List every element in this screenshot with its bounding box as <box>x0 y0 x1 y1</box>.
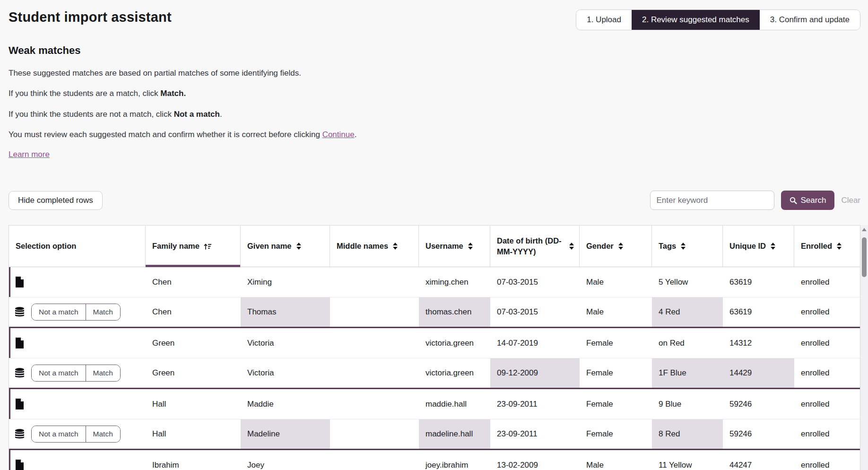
cell-family: Green <box>146 358 241 388</box>
cell-middle <box>330 328 419 358</box>
clear-button[interactable]: Clear <box>841 196 860 205</box>
table-row: Not a matchMatchGreenVictoriavictoria.gr… <box>9 358 860 388</box>
cell-given: Victoria <box>241 358 330 388</box>
column-header-tags[interactable]: Tags <box>652 226 723 267</box>
sort-icon <box>680 243 686 250</box>
search-button[interactable]: Search <box>781 191 835 210</box>
cell-username: joey.ibrahim <box>419 450 490 470</box>
search-button-label: Search <box>801 196 826 205</box>
selection-cell <box>9 328 146 358</box>
matches-table-wrap: Selection option Family name Given name … <box>9 225 860 470</box>
hide-completed-rows-button[interactable]: Hide completed rows <box>9 191 103 210</box>
cell-given: Victoria <box>241 328 330 358</box>
scrollbar-thumb[interactable] <box>862 237 867 277</box>
cell-gender: Male <box>580 297 652 327</box>
cell-username: thomas.chen <box>419 297 490 327</box>
cell-username: victoria.green <box>419 358 490 388</box>
cell-middle <box>330 389 419 419</box>
cell-family: Ibrahim <box>146 450 241 470</box>
vertical-scrollbar[interactable] <box>860 225 868 470</box>
student-import-assistant-page: Student import assistant 1. Upload 2. Re… <box>0 0 868 470</box>
column-header-username[interactable]: Username <box>419 226 490 267</box>
match-group: GreenVictoriavictoria.green14-07-2019Fem… <box>9 327 860 388</box>
wizard-steps: 1. Upload 2. Review suggested matches 3.… <box>576 9 860 30</box>
match-button[interactable]: Match <box>86 365 120 381</box>
not-a-match-button[interactable]: Not a match <box>32 304 86 320</box>
table-row: IbrahimJoeyjoey.ibrahim13-02-2009Male11 … <box>9 450 860 470</box>
column-header-middle-names[interactable]: Middle names <box>330 226 419 267</box>
database-icon <box>14 368 25 378</box>
cell-tags: 11 Yellow <box>652 450 723 470</box>
cell-username: madeline.hall <box>419 419 490 449</box>
cell-unique-id: 59246 <box>723 419 794 449</box>
file-icon <box>14 460 25 470</box>
cell-dob: 07-03-2015 <box>490 267 580 297</box>
match-button[interactable]: Match <box>86 304 120 320</box>
match-decision-buttons: Not a matchMatch <box>31 426 121 443</box>
cell-tags: 9 Blue <box>652 389 723 419</box>
table-row: HallMaddiemaddie.hall23-09-2011Female9 B… <box>9 389 860 419</box>
matches-table: Selection option Family name Given name … <box>9 225 868 470</box>
column-header-given-name[interactable]: Given name <box>241 226 330 267</box>
cell-tags: 4 Red <box>652 297 723 327</box>
column-header-unique-id[interactable]: Unique ID <box>723 226 794 267</box>
step-upload[interactable]: 1. Upload <box>576 10 632 30</box>
learn-more-link[interactable]: Learn more <box>9 150 50 159</box>
cell-username: ximing.chen <box>419 267 490 297</box>
cell-family: Hall <box>146 419 241 449</box>
sort-icon <box>569 243 574 250</box>
selection-cell: Not a matchMatch <box>9 297 146 327</box>
match-decision-buttons: Not a matchMatch <box>31 365 121 382</box>
database-icon <box>14 429 25 439</box>
cell-dob: 23-09-2011 <box>490 419 580 449</box>
sort-icon <box>468 243 473 250</box>
cell-tags: on Red <box>652 328 723 358</box>
cell-given: Joey <box>241 450 330 470</box>
table-row: Not a matchMatchHallMadelinemadeline.hal… <box>9 419 860 449</box>
match-button[interactable]: Match <box>86 426 120 442</box>
instruction-line-2: If you think the students are a match, c… <box>9 88 868 98</box>
cell-family: Green <box>146 328 241 358</box>
search-input[interactable] <box>650 191 774 210</box>
selection-cell: Not a matchMatch <box>9 419 146 449</box>
cell-unique-id: 44247 <box>723 450 794 470</box>
page-title: Student import assistant <box>9 9 172 25</box>
cell-dob: 14-07-2019 <box>490 328 580 358</box>
step-review-suggested-matches[interactable]: 2. Review suggested matches <box>632 10 760 30</box>
continue-link[interactable]: Continue <box>322 130 355 139</box>
section-heading: Weak matches <box>9 44 868 57</box>
cell-username: maddie.hall <box>419 389 490 419</box>
match-group: IbrahimJoeyjoey.ibrahim13-02-2009Male11 … <box>9 449 860 470</box>
column-header-date-of-birth[interactable]: Date of birth (DD-MM-YYYY) <box>490 226 580 267</box>
cell-tags: 5 Yellow <box>652 267 723 297</box>
cell-middle <box>330 450 419 470</box>
table-row: ChenXimingximing.chen07-03-2015Male5 Yel… <box>9 267 860 297</box>
instructions: These suggested matches are based on par… <box>9 68 868 139</box>
table-toolbar: Hide completed rows Search Clear <box>9 191 860 210</box>
instruction-line-3: If you think the students are not a matc… <box>9 109 868 119</box>
file-icon <box>14 277 25 287</box>
cell-unique-id: 63619 <box>723 297 794 327</box>
search-area: Search Clear <box>650 191 861 210</box>
cell-gender: Male <box>580 450 652 470</box>
cell-enrolled: enrolled <box>794 267 860 297</box>
database-icon <box>14 307 25 317</box>
cell-enrolled: enrolled <box>794 358 860 388</box>
cell-unique-id: 14429 <box>723 358 794 388</box>
scroll-up-button[interactable] <box>860 225 868 234</box>
cell-username: victoria.green <box>419 328 490 358</box>
column-header-family-name[interactable]: Family name <box>146 226 241 267</box>
match-group: ChenXimingximing.chen07-03-2015Male5 Yel… <box>9 267 860 327</box>
sort-icon <box>392 243 398 250</box>
cell-given: Maddie <box>241 389 330 419</box>
cell-unique-id: 59246 <box>723 389 794 419</box>
selection-cell: Not a matchMatch <box>9 358 146 388</box>
cell-enrolled: enrolled <box>794 328 860 358</box>
not-a-match-button[interactable]: Not a match <box>32 365 86 381</box>
step-confirm-and-update[interactable]: 3. Confirm and update <box>760 10 860 30</box>
cell-unique-id: 63619 <box>723 267 794 297</box>
not-a-match-button[interactable]: Not a match <box>32 426 86 442</box>
column-header-enrolled[interactable]: Enrolled <box>794 226 860 267</box>
column-header-gender[interactable]: Gender <box>580 226 652 267</box>
cell-family: Chen <box>146 267 241 297</box>
